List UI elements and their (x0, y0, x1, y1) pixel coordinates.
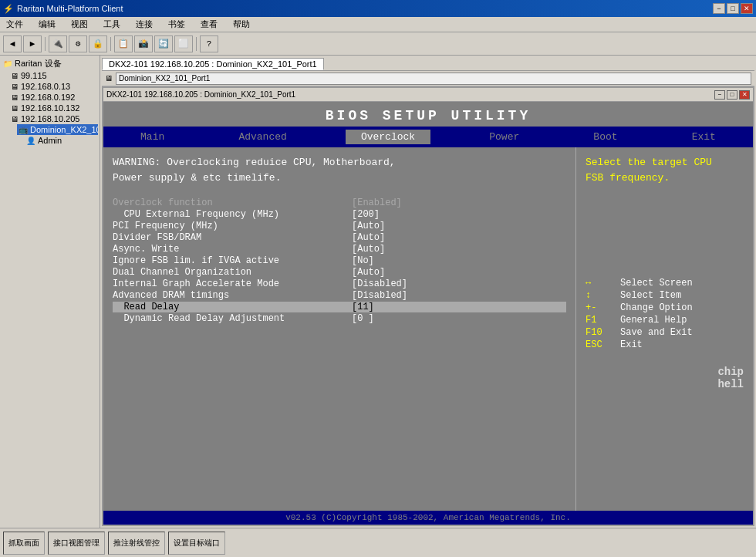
main-layout: 📁 Raritan 设备 🖥 99.115 🖥 192.168.0.13 🖥 1… (0, 56, 756, 528)
bios-right-panel: Select the target CPUFSB frequency. ↔ Se… (575, 147, 753, 511)
maximize-button[interactable]: □ (727, 3, 739, 14)
menu-bookmark[interactable]: 书签 (164, 17, 190, 32)
toolbar-btn-9[interactable]: ⬜ (174, 35, 193, 52)
status-bar: 抓取画面 接口视图管理 推注射线管控 设置目标端口 (0, 528, 756, 557)
menu-help[interactable]: 帮助 (228, 17, 255, 32)
kvm-tab[interactable]: DKX2-101 192.168.10.205 : Dominion_KX2_1… (102, 58, 324, 70)
bios-ctrl-exit: ESC Exit (586, 339, 744, 350)
bios-label-ignore-fsb: Ignore FSB lim. if IVGA active (113, 255, 352, 266)
bios-logo-text: chiphell (717, 366, 744, 390)
sidebar-subgroup: 📺 Dominion_KX2_101_P 👤 Admin (9, 124, 98, 146)
toolbar-btn-7[interactable]: 📸 (134, 35, 153, 52)
bios-nav: Main Advanced Overclock Power Boot Exit (103, 127, 753, 147)
bios-ctrl-key-arrows: ↔ (586, 278, 620, 289)
toolbar-btn-5[interactable]: 🔒 (89, 35, 107, 52)
app-title: Raritan Multi-Platform Client (17, 4, 123, 13)
bios-nav-overclock[interactable]: Overclock (346, 130, 430, 144)
bios-nav-exit[interactable]: Exit (677, 130, 731, 144)
kvm-maximize-btn[interactable]: □ (727, 90, 737, 100)
bios-value-divider: [Auto] (352, 232, 385, 243)
menu-connect[interactable]: 连接 (131, 17, 157, 32)
bios-ctrl-key-plusminus: +- (586, 302, 620, 313)
bios-value-ignore-fsb: [No] (352, 255, 374, 266)
sidebar-item-1[interactable]: 🖥 192.168.0.13 (9, 81, 98, 92)
sidebar-root-label: Raritan 设备 (15, 58, 62, 69)
kvm-close-btn[interactable]: ✕ (739, 90, 750, 100)
bios-ctrl-change-option: +- Change Option (586, 302, 744, 313)
bios-nav-power[interactable]: Power (474, 130, 535, 144)
sidebar-item-dominion-label: Dominion_KX2_101_P (30, 125, 98, 134)
sidebar-item-3[interactable]: 🖥 192.168.10.132 (9, 103, 98, 113)
status-interface[interactable]: 接口视图管理 (48, 532, 105, 555)
bios-label-cpu-freq: CPU External Frequency (MHz) (113, 209, 352, 220)
bios-ctrl-key-updown: ↕ (586, 290, 620, 301)
app-icon: ⚡ (3, 4, 14, 14)
sidebar: 📁 Raritan 设备 🖥 99.115 🖥 192.168.0.13 🖥 1… (0, 56, 100, 528)
menu-edit[interactable]: 编辑 (34, 17, 60, 32)
close-button[interactable]: ✕ (741, 3, 753, 14)
sidebar-item-2-label: 192.168.0.192 (21, 93, 75, 102)
sidebar-item-dominion[interactable]: 📺 Dominion_KX2_101_P (17, 124, 98, 135)
bios-ctrl-desc-change-option: Change Option (620, 302, 693, 313)
sidebar-item-2-icon: 🖥 (11, 93, 19, 102)
sidebar-admin-group: 👤 Admin (17, 135, 98, 146)
bios-footer: v02.53 (C)Copyright 1985-2002, American … (103, 511, 753, 525)
bios-label-dyn-read-delay: Dynamic Read Delay Adjustment (113, 313, 352, 324)
kvm-minimize-btn[interactable]: − (714, 90, 725, 100)
bios-body: WARNING: Overclocking reduice CPU, Mothe… (103, 147, 753, 511)
bios-row-overclock-fn: Overclock function [Enabled] (113, 197, 566, 208)
tab-bar: DKX2-101 192.168.10.205 : Dominion_KX2_1… (102, 57, 754, 71)
sidebar-root[interactable]: 📁 Raritan 设备 (2, 57, 98, 70)
sidebar-item-0[interactable]: 🖥 99.115 (9, 70, 98, 81)
bios-header: BIOS SETUP UTILITY (103, 102, 753, 127)
title-bar-left: ⚡ Raritan Multi-Platform Client (3, 4, 123, 14)
bios-value-adv-dram: [Disabled] (352, 290, 407, 301)
bios-nav-boot[interactable]: Boot (578, 130, 633, 144)
minimize-button[interactable]: − (713, 3, 725, 14)
toolbar-btn-2[interactable]: ▶ (23, 35, 42, 52)
menu-tools[interactable]: 工具 (99, 17, 125, 32)
bios-ctrl-desc-exit: Exit (620, 339, 643, 350)
sidebar-item-2[interactable]: 🖥 192.168.0.192 (9, 92, 98, 103)
bios-label-dual-channel: Dual Channel Organization (113, 267, 352, 278)
toolbar-btn-3[interactable]: 🔌 (49, 35, 67, 52)
bios-value-dyn-read-delay: [0 ] (352, 313, 374, 324)
sidebar-item-admin-icon: 👤 (26, 137, 35, 145)
status-injection[interactable]: 推注射线管控 (108, 532, 165, 555)
menu-look[interactable]: 查看 (196, 17, 222, 32)
sidebar-group: 🖥 99.115 🖥 192.168.0.13 🖥 192.168.0.192 … (2, 70, 98, 146)
bios-label-read-delay: Read Delay (113, 302, 352, 312)
sidebar-item-3-label: 192.168.10.132 (21, 103, 79, 113)
toolbar-btn-1[interactable]: ◀ (3, 35, 22, 52)
toolbar-btn-8[interactable]: 🔄 (154, 35, 173, 52)
bios-label-adv-dram: Advanced DRAM timings (113, 290, 352, 301)
sidebar-item-0-label: 99.115 (21, 71, 47, 80)
bios-warning: WARNING: Overclocking reduice CPU, Mothe… (113, 155, 566, 185)
toolbar-btn-10[interactable]: ? (200, 35, 218, 52)
bios-row-async-write: Async. Write [Auto] (113, 244, 566, 255)
sidebar-item-admin[interactable]: 👤 Admin (25, 135, 98, 146)
menu-view[interactable]: 视图 (66, 17, 93, 32)
bios-controls: ↔ Select Screen ↕ Select Item +- Change … (586, 278, 744, 350)
bios-logo: chiphell (586, 366, 744, 390)
bios-label-internal-graph: Internal Graph Accelerate Mode (113, 278, 352, 289)
title-bar-buttons: − □ ✕ (713, 3, 753, 14)
bios-ctrl-select-item: ↕ Select Item (586, 290, 744, 301)
status-capture[interactable]: 抓取画面 (3, 532, 45, 555)
sidebar-item-4[interactable]: 🖥 192.168.10.205 (9, 113, 98, 124)
sidebar-item-0-icon: 🖥 (11, 72, 19, 80)
sidebar-item-1-label: 192.168.0.13 (21, 82, 70, 91)
address-input[interactable] (116, 73, 751, 85)
bios-row-internal-graph: Internal Graph Accelerate Mode [Disabled… (113, 278, 566, 289)
bios-nav-main[interactable]: Main (125, 130, 180, 144)
title-bar: ⚡ Raritan Multi-Platform Client − □ ✕ (0, 0, 756, 17)
bios-left-panel: WARNING: Overclocking reduice CPU, Mothe… (103, 147, 575, 511)
status-settings[interactable]: 设置目标端口 (168, 532, 225, 555)
toolbar-sep-2 (110, 37, 111, 51)
bios-nav-advanced[interactable]: Advanced (223, 130, 302, 144)
menu-file[interactable]: 文件 (2, 17, 28, 32)
bios-value-async-write: [Auto] (352, 244, 385, 255)
toolbar-btn-6[interactable]: 📋 (114, 35, 133, 52)
toolbar-btn-4[interactable]: ⚙ (69, 35, 87, 52)
toolbar-sep-3 (196, 37, 197, 51)
